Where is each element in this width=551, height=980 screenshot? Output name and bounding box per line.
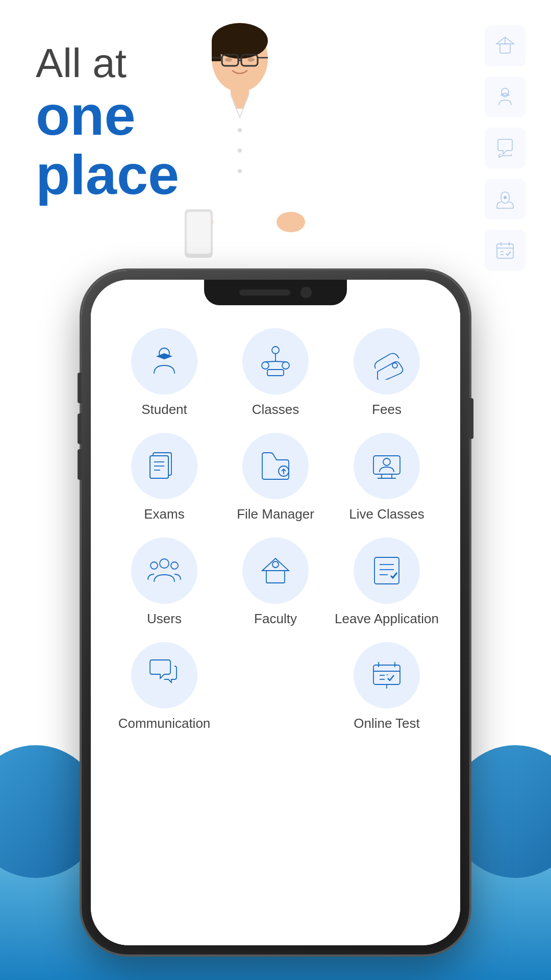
live-classes-icon xyxy=(368,448,405,484)
svg-point-55 xyxy=(171,562,178,569)
online-test-icon-circle xyxy=(354,642,420,708)
communication-label: Communication xyxy=(118,716,211,731)
svg-rect-18 xyxy=(500,44,510,53)
classes-label: Classes xyxy=(252,402,299,418)
fees-icon xyxy=(368,343,405,380)
fees-label: Fees xyxy=(372,402,402,418)
phone-notch xyxy=(204,280,347,305)
exams-label: Exams xyxy=(144,506,184,522)
users-label: Users xyxy=(147,611,182,627)
online-test-label: Online Test xyxy=(354,716,420,731)
users-icon-circle xyxy=(131,537,197,604)
phone-mockup: Student xyxy=(82,271,469,954)
app-item-online-test[interactable]: Online Test xyxy=(334,642,440,731)
floating-icons-section xyxy=(485,26,525,271)
student-icon xyxy=(146,343,183,380)
live-classes-icon-circle xyxy=(354,433,420,499)
faculty-icon xyxy=(257,552,294,589)
svg-point-40 xyxy=(392,363,397,368)
floating-row-1 xyxy=(485,26,525,66)
floating-row-2 xyxy=(485,77,525,117)
svg-rect-42 xyxy=(150,456,168,478)
floating-row-3 xyxy=(485,128,525,168)
app-item-live-classes[interactable]: Live Classes xyxy=(334,433,440,522)
svg-line-38 xyxy=(276,361,286,362)
app-item-file-manager[interactable]: File Manager xyxy=(222,433,329,522)
svg-rect-71 xyxy=(387,674,388,675)
app-item-exams[interactable]: Exams xyxy=(111,433,217,522)
faculty-icon-circle xyxy=(242,537,309,604)
app-item-empty xyxy=(222,642,329,731)
file-manager-label: File Manager xyxy=(237,506,314,522)
leave-application-label: Leave Application xyxy=(335,611,439,627)
file-manager-icon-circle xyxy=(242,433,309,499)
live-classes-label: Live Classes xyxy=(349,506,424,522)
svg-rect-59 xyxy=(374,557,399,584)
exams-icon xyxy=(146,448,183,484)
communication-icon-circle xyxy=(131,642,197,708)
svg-point-12 xyxy=(238,149,242,153)
file-manager-icon xyxy=(257,448,294,484)
floating-row-4 xyxy=(485,179,525,219)
svg-point-17 xyxy=(277,212,305,232)
svg-rect-56 xyxy=(266,571,285,583)
floating-chat-icon xyxy=(485,128,525,168)
faculty-label: Faculty xyxy=(254,611,297,627)
phone-shell: Student xyxy=(82,271,469,954)
floating-graduate-icon xyxy=(485,77,525,117)
app-grid: Student xyxy=(101,323,450,737)
svg-rect-39 xyxy=(267,370,284,376)
svg-point-53 xyxy=(160,559,169,568)
svg-line-37 xyxy=(265,361,276,362)
student-icon-circle xyxy=(131,328,197,395)
svg-point-11 xyxy=(238,128,242,132)
app-item-faculty[interactable]: Faculty xyxy=(222,537,329,627)
exams-icon-circle xyxy=(131,433,197,499)
svg-point-52 xyxy=(383,458,390,465)
classes-icon xyxy=(257,343,294,380)
svg-marker-32 xyxy=(156,353,172,359)
app-item-classes[interactable]: Classes xyxy=(222,328,329,418)
person-image xyxy=(143,10,337,291)
svg-point-33 xyxy=(272,347,279,354)
svg-point-24 xyxy=(504,196,507,199)
svg-rect-16 xyxy=(187,212,211,254)
phone-screen: Student xyxy=(91,280,460,945)
fees-icon-circle xyxy=(354,328,420,395)
app-item-student[interactable]: Student xyxy=(111,328,217,418)
communication-icon xyxy=(146,657,183,694)
leave-application-icon xyxy=(368,552,405,589)
svg-point-4 xyxy=(247,58,255,62)
svg-point-58 xyxy=(272,561,279,568)
svg-point-3 xyxy=(225,58,232,62)
users-icon xyxy=(146,552,183,589)
floating-touch-icon xyxy=(485,179,525,219)
svg-point-13 xyxy=(238,169,242,173)
svg-point-54 xyxy=(151,562,158,569)
app-item-users[interactable]: Users xyxy=(111,537,217,627)
svg-point-34 xyxy=(262,362,269,369)
camera xyxy=(300,287,312,298)
app-item-leave-application[interactable]: Leave Application xyxy=(334,537,440,627)
classes-icon-circle xyxy=(242,328,309,395)
student-label: Student xyxy=(141,402,187,418)
screen-content: Student xyxy=(91,308,460,945)
svg-rect-25 xyxy=(497,244,513,258)
svg-point-35 xyxy=(282,362,289,369)
speaker xyxy=(239,289,290,296)
floating-row-5 xyxy=(485,230,525,271)
app-item-fees[interactable]: Fees xyxy=(334,328,440,418)
floating-podium-icon xyxy=(485,26,525,66)
floating-calendar-icon xyxy=(485,230,525,271)
app-item-communication[interactable]: Communication xyxy=(111,642,217,731)
svg-marker-57 xyxy=(262,558,289,571)
online-test-icon xyxy=(368,657,405,694)
leave-application-icon-circle xyxy=(354,537,420,604)
hero-section: All at one place xyxy=(0,0,551,296)
